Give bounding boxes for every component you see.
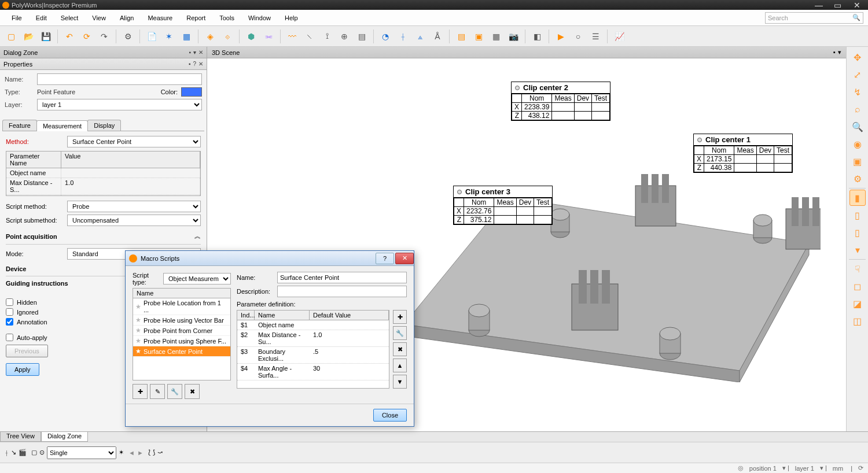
collapse-icon[interactable]: ︽ bbox=[194, 232, 201, 241]
star-icon[interactable]: ★ bbox=[135, 337, 141, 345]
menu-file[interactable]: File bbox=[5, 12, 29, 24]
list-item[interactable]: ★Probe Point from Corner bbox=[133, 326, 230, 336]
zoom-icon[interactable]: ⊕ bbox=[337, 29, 352, 44]
list-icon[interactable]: ☰ bbox=[588, 29, 603, 44]
dropdown-icon[interactable]: ▾ bbox=[838, 49, 841, 56]
tab-dialog-zone[interactable]: Dialog Zone bbox=[41, 432, 88, 442]
caliper-icon[interactable]: ⟟ bbox=[319, 29, 334, 44]
status-unit[interactable]: mm bbox=[833, 465, 843, 472]
callout-toggle-icon[interactable] bbox=[515, 86, 520, 90]
list-item[interactable]: ★Probe Point using Sphere F... bbox=[133, 336, 230, 346]
scan-icon[interactable]: ✶ bbox=[161, 29, 176, 44]
color-swatch[interactable] bbox=[181, 87, 202, 97]
gauge3-icon[interactable]: ⟁ bbox=[413, 29, 428, 44]
probe-icon[interactable]: ⟍ bbox=[302, 29, 317, 44]
annotation-checkbox[interactable] bbox=[6, 318, 13, 326]
next-icon[interactable]: ► bbox=[137, 449, 144, 456]
wrench-button[interactable]: 🔧 bbox=[167, 384, 182, 399]
param-add-button[interactable]: ✚ bbox=[393, 310, 407, 324]
param-delete-button[interactable]: ✖ bbox=[393, 342, 407, 356]
calc-icon[interactable]: ▤ bbox=[354, 29, 369, 44]
dialog-close-button[interactable]: ✕ bbox=[395, 253, 414, 264]
status-layer[interactable]: layer 1 bbox=[795, 465, 814, 472]
list-item[interactable]: ★Probe Hole using Vector Bar bbox=[133, 315, 230, 326]
pin-icon[interactable]: ▪ bbox=[189, 49, 191, 56]
box-icon[interactable]: ◈ bbox=[203, 29, 218, 44]
script-type-select[interactable]: Object Measurem bbox=[163, 273, 231, 284]
dialog-help-button[interactable]: ? bbox=[376, 253, 394, 264]
probe1-icon[interactable]: ⟊ bbox=[5, 449, 9, 456]
menu-align[interactable]: Align bbox=[113, 12, 141, 24]
menu-edit[interactable]: Edit bbox=[29, 12, 54, 24]
redo-icon[interactable]: ⟳ bbox=[79, 29, 94, 44]
options-icon[interactable]: ⚙ bbox=[120, 29, 135, 44]
new-icon[interactable]: ▢ bbox=[3, 29, 19, 44]
callout-clip-center-2[interactable]: Clip center 2 NomMeasDevTest X2238.39 Z4… bbox=[511, 82, 610, 121]
tab-tree-view[interactable]: Tree View bbox=[0, 432, 41, 442]
arm2-icon[interactable]: ⟆ bbox=[153, 449, 155, 456]
status-position[interactable]: position 1 bbox=[749, 465, 777, 472]
macro-scripts-dialog[interactable]: Macro Scripts ?✕ Script type:Object Meas… bbox=[125, 250, 414, 427]
compass-icon[interactable]: Å bbox=[430, 29, 445, 44]
probe2-icon[interactable]: ↘ bbox=[11, 449, 16, 456]
delete-script-button[interactable]: ✖ bbox=[185, 384, 200, 399]
sequence-icon[interactable]: ◧ bbox=[529, 29, 545, 44]
import-icon[interactable]: 📄 bbox=[144, 29, 159, 44]
name-field[interactable] bbox=[37, 73, 202, 85]
nav-gradient2-icon[interactable]: ▯ bbox=[849, 224, 866, 241]
panel-close-icon[interactable]: ✕ bbox=[198, 49, 203, 56]
mode3-icon[interactable]: ✶ bbox=[119, 449, 124, 456]
save-icon[interactable]: 💾 bbox=[38, 29, 53, 44]
param-down-button[interactable]: ▼ bbox=[393, 375, 407, 389]
maximize-button[interactable]: ▭ bbox=[829, 1, 847, 10]
link-icon[interactable]: ⫘ bbox=[261, 29, 276, 44]
previous-button[interactable]: Previous bbox=[6, 345, 48, 357]
callout-clip-center-3[interactable]: Clip center 3 NomMeasDevTest X2232.76 Z3… bbox=[453, 186, 553, 225]
menu-report[interactable]: Report bbox=[179, 12, 212, 24]
mode2-icon[interactable]: ⊙ bbox=[39, 449, 45, 456]
nav-cog-icon[interactable]: ⚙ bbox=[849, 171, 866, 187]
arm3-icon[interactable]: ⤻ bbox=[157, 449, 163, 456]
nav-zoom-icon[interactable]: 🔍 bbox=[849, 119, 866, 135]
panel-close-icon[interactable]: ✕ bbox=[198, 61, 203, 67]
undo-icon[interactable]: ↶ bbox=[62, 29, 77, 44]
cube-icon[interactable]: ⬢ bbox=[244, 29, 259, 44]
nav-pointer-icon[interactable]: ☟ bbox=[849, 261, 866, 277]
callout-toggle-icon[interactable] bbox=[697, 138, 702, 142]
grid-icon[interactable]: ▦ bbox=[179, 29, 194, 44]
add-script-button[interactable]: ✚ bbox=[133, 384, 148, 399]
star-icon[interactable]: ★ bbox=[135, 316, 141, 324]
nav-sel1-icon[interactable]: ◻ bbox=[849, 278, 866, 294]
tab-display[interactable]: Display bbox=[87, 120, 121, 131]
macro-desc-field[interactable] bbox=[277, 286, 407, 297]
tab-measurement[interactable]: Measurement bbox=[36, 120, 88, 131]
dialog-titlebar[interactable]: Macro Scripts ?✕ bbox=[126, 251, 414, 266]
star-icon[interactable]: ★ bbox=[135, 348, 141, 355]
menu-help[interactable]: Help bbox=[278, 12, 305, 24]
param-edit-button[interactable]: 🔧 bbox=[393, 326, 407, 340]
script-list[interactable]: Name ★Probe Hole Location from 1 ... ★Pr… bbox=[133, 288, 231, 380]
script-method-select[interactable]: Probe bbox=[67, 201, 201, 212]
method-select[interactable]: Surface Center Point bbox=[67, 136, 201, 147]
star-icon[interactable]: ★ bbox=[135, 303, 141, 311]
layer-select[interactable]: layer 1 bbox=[37, 99, 202, 110]
nav-sel3-icon[interactable]: ◫ bbox=[849, 313, 866, 329]
param-up-button[interactable]: ▲ bbox=[393, 359, 407, 372]
nav-rotate-icon[interactable]: ⤢ bbox=[849, 66, 866, 83]
close-button[interactable]: ✕ bbox=[848, 1, 866, 10]
nav-sel2-icon[interactable]: ◪ bbox=[849, 295, 866, 312]
stop-icon[interactable]: ○ bbox=[571, 29, 586, 44]
param-def-table[interactable]: Ind...NameDefault Value $1Object name $2… bbox=[237, 310, 389, 389]
refresh-icon[interactable]: ⟳ bbox=[858, 464, 863, 472]
status-target-icon[interactable]: ◎ bbox=[738, 464, 744, 472]
report-icon[interactable]: ▤ bbox=[454, 29, 469, 44]
close-button[interactable]: Close bbox=[373, 409, 407, 422]
mode1-icon[interactable]: ▢ bbox=[31, 449, 37, 456]
wave-icon[interactable]: 〰 bbox=[285, 29, 300, 44]
nav-box-icon[interactable]: ▣ bbox=[849, 153, 866, 169]
menu-window[interactable]: Window bbox=[241, 12, 278, 24]
hidden-checkbox[interactable] bbox=[6, 298, 13, 306]
open-icon[interactable]: 📂 bbox=[21, 29, 36, 44]
gauge2-icon[interactable]: ⟊ bbox=[395, 29, 410, 44]
nav-gradient1-icon[interactable]: ▯ bbox=[849, 207, 866, 223]
